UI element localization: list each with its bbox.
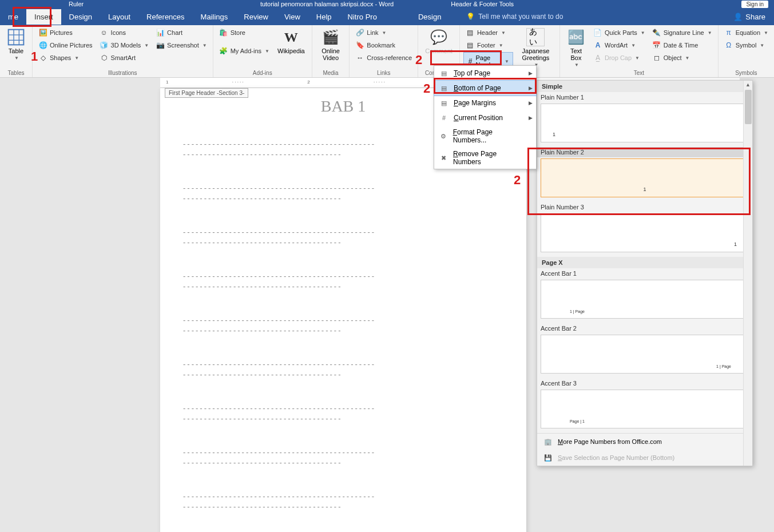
gallery-scrollbar[interactable]: ▲ bbox=[743, 81, 752, 466]
tab-home[interactable]: me bbox=[0, 9, 26, 25]
video-icon: 🎬 bbox=[321, 28, 340, 46]
current-position-icon: # bbox=[439, 113, 449, 122]
crossref-button[interactable]: ↔Cross-reference bbox=[353, 52, 414, 63]
link-button[interactable]: 🔗Link▼ bbox=[353, 27, 414, 38]
online-pictures-button[interactable]: 🌐Online Pictures bbox=[36, 39, 95, 51]
symbols-group-label: Symbols bbox=[722, 69, 771, 77]
equation-icon: π bbox=[724, 28, 733, 37]
comment-button[interactable]: 💬 Comment bbox=[422, 27, 456, 55]
tab-help[interactable]: Help bbox=[308, 9, 340, 25]
comment-icon: 💬 bbox=[430, 28, 448, 46]
annotation-1: 1 bbox=[31, 49, 38, 64]
signature-line-button[interactable]: ✒️Signature Line▼ bbox=[650, 27, 715, 38]
icons-button[interactable]: ☺Icons bbox=[97, 27, 152, 38]
chart-icon: 📊 bbox=[156, 28, 165, 37]
menu-current-position[interactable]: # Current Position ▶ bbox=[434, 110, 536, 125]
shapes-button[interactable]: ◇Shapes▼ bbox=[36, 52, 95, 63]
smartart-icon: ⬡ bbox=[100, 53, 109, 62]
text-box-button[interactable]: 🔤 Text Box▼ bbox=[563, 27, 589, 69]
gallery-plain-number-1[interactable]: 1 bbox=[541, 104, 749, 142]
wordart-button[interactable]: AWordArt▼ bbox=[591, 39, 648, 51]
document-body: ----------------------------------------… bbox=[183, 140, 503, 511]
screenshot-icon: 📷 bbox=[156, 41, 165, 50]
tab-design[interactable]: Design bbox=[61, 9, 100, 25]
gallery-header-page-x: Page X bbox=[537, 257, 752, 268]
remove-icon: ✖ bbox=[439, 153, 448, 162]
bookmark-icon: 🔖 bbox=[355, 41, 364, 50]
gallery-plain-number-1-label: Plain Number 1 bbox=[537, 92, 752, 102]
quick-parts-icon: 📄 bbox=[593, 28, 602, 37]
tell-me-search[interactable]: 💡 Tell me what you want to do bbox=[466, 13, 563, 21]
ruler-checkbox[interactable]: Ruler bbox=[69, 1, 84, 7]
tab-references[interactable]: References bbox=[138, 9, 192, 25]
pictures-button[interactable]: 🖼️Pictures bbox=[36, 27, 95, 38]
icons-icon: ☺ bbox=[100, 28, 109, 37]
save-selection: 💾 Save Selection as Page Number (Bottom) bbox=[537, 450, 752, 466]
menu-format-page-numbers[interactable]: ⚙ Format Page Numbers... bbox=[434, 125, 536, 147]
tab-review[interactable]: Review bbox=[236, 9, 276, 25]
tab-insert[interactable]: Insert bbox=[26, 9, 61, 25]
tab-design-hf[interactable]: Design bbox=[410, 9, 449, 25]
store-button[interactable]: 🛍️Store bbox=[217, 27, 272, 38]
chevron-right-icon: ▶ bbox=[529, 115, 533, 121]
annotation-2b: 2 bbox=[423, 81, 430, 96]
chevron-down-icon: ▼ bbox=[14, 55, 19, 61]
doc-title: tutorial penomoran halaman skripsi.docx … bbox=[260, 1, 394, 7]
header-footer-tools-label: Header & Footer Tools bbox=[451, 1, 514, 7]
header-button[interactable]: ▤Header▼ bbox=[463, 27, 513, 38]
gallery-plain-number-2[interactable]: 1 bbox=[541, 158, 749, 197]
illustrations-group-label: Illustrations bbox=[36, 69, 209, 77]
screenshot-button[interactable]: 📷Screenshot▼ bbox=[153, 39, 209, 51]
menu-bottom-of-page[interactable]: ▤ Bottom of Page ▶ bbox=[434, 80, 537, 96]
gallery-accent-bar-1-label: Accent Bar 1 bbox=[537, 268, 752, 279]
3d-models-button[interactable]: 🧊3D Models▼ bbox=[97, 39, 152, 51]
scroll-up-icon[interactable]: ▲ bbox=[744, 81, 752, 89]
gallery-accent-bar-3-label: Accent Bar 3 bbox=[537, 378, 752, 388]
drop-cap-icon: A̲ bbox=[593, 53, 602, 62]
gallery-accent-bar-1[interactable]: 1 | Page bbox=[541, 280, 749, 319]
chart-button[interactable]: 📊Chart bbox=[153, 27, 209, 38]
save-icon: 💾 bbox=[543, 453, 553, 462]
symbol-icon: Ω bbox=[724, 41, 733, 50]
tab-nitro[interactable]: Nitro Pro bbox=[340, 9, 385, 25]
object-icon: ◻ bbox=[652, 53, 661, 62]
drop-cap-button[interactable]: A̲Drop Cap▼ bbox=[591, 52, 648, 63]
menu-page-margins[interactable]: ▤ Page Margins ▶ bbox=[434, 96, 536, 110]
chevron-right-icon: ▶ bbox=[529, 100, 533, 106]
equation-button[interactable]: πEquation▼ bbox=[722, 27, 771, 38]
date-time-button[interactable]: 📅Date & Time bbox=[650, 39, 715, 51]
media-group-label: Media bbox=[316, 69, 346, 77]
text-box-icon: 🔤 bbox=[567, 28, 585, 46]
gallery-accent-bar-2-label: Accent Bar 2 bbox=[537, 323, 752, 334]
my-addins-button[interactable]: 🧩My Add-ins▼ bbox=[217, 45, 272, 57]
japanese-greetings-button[interactable]: あい Japanese Greetings▼ bbox=[515, 27, 556, 69]
svg-rect-0 bbox=[9, 30, 24, 45]
tab-layout[interactable]: Layout bbox=[100, 9, 138, 25]
gallery-plain-number-3[interactable]: 1 bbox=[541, 213, 749, 252]
signin-button[interactable]: Sign in bbox=[741, 1, 768, 8]
footer-button[interactable]: ▤Footer▼ bbox=[463, 39, 513, 51]
scrollbar-thumb[interactable] bbox=[745, 90, 752, 124]
table-button[interactable]: Table ▼ bbox=[3, 27, 29, 62]
gallery-accent-bar-2[interactable]: 1 | Page bbox=[541, 335, 749, 374]
menu-remove-page-numbers[interactable]: ✖ Remove Page Numbers bbox=[434, 147, 536, 169]
more-page-numbers[interactable]: 🏢 More Page Numbers from Office.com bbox=[537, 434, 752, 450]
quick-parts-button[interactable]: 📄Quick Parts▼ bbox=[591, 27, 648, 38]
share-button[interactable]: 👤 Share bbox=[733, 13, 765, 21]
gallery-accent-bar-3[interactable]: Page | 1 bbox=[541, 390, 749, 428]
bookmark-button[interactable]: 🔖Bookmark bbox=[353, 39, 414, 51]
gallery-plain-number-2-label: Plain Number 2 bbox=[537, 147, 752, 157]
header-icon: ▤ bbox=[466, 28, 475, 37]
tab-mailings[interactable]: Mailings bbox=[193, 9, 236, 25]
menu-top-of-page[interactable]: ▤ TTop of Pageop of Page ▶ bbox=[434, 66, 536, 81]
smartart-button[interactable]: ⬡SmartArt bbox=[97, 52, 152, 63]
office-icon: 🏢 bbox=[543, 437, 553, 446]
links-group-label: Links bbox=[353, 69, 414, 77]
symbol-button[interactable]: ΩSymbol▼ bbox=[722, 39, 771, 51]
online-video-button[interactable]: 🎬 Online Video bbox=[316, 27, 346, 62]
tab-view[interactable]: View bbox=[276, 9, 308, 25]
object-button[interactable]: ◻Object▼ bbox=[650, 52, 715, 63]
wikipedia-button[interactable]: W Wikipedia bbox=[274, 27, 308, 55]
gallery-header-simple: Simple bbox=[537, 81, 752, 92]
annotation-2a: 2 bbox=[415, 53, 422, 68]
